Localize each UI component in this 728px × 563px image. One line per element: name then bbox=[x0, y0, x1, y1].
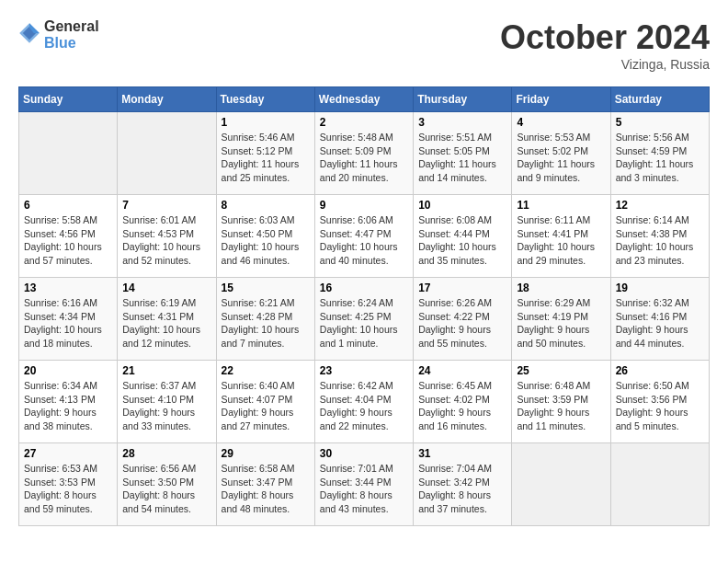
day-number: 16 bbox=[320, 282, 408, 294]
calendar-cell: 29Sunrise: 6:58 AMSunset: 3:47 PMDayligh… bbox=[216, 443, 314, 526]
weekday-header-thursday: Thursday bbox=[414, 87, 512, 112]
calendar-cell: 18Sunrise: 6:29 AMSunset: 4:19 PMDayligh… bbox=[512, 278, 610, 361]
day-info: Sunrise: 6:29 AMSunset: 4:19 PMDaylight:… bbox=[517, 296, 605, 350]
logo-icon bbox=[18, 22, 40, 44]
month-title: October 2024 bbox=[500, 18, 710, 57]
calendar-cell: 30Sunrise: 7:01 AMSunset: 3:44 PMDayligh… bbox=[314, 443, 413, 526]
day-info: Sunrise: 6:01 AMSunset: 4:53 PMDaylight:… bbox=[122, 213, 210, 268]
day-number: 11 bbox=[517, 199, 605, 212]
day-number: 26 bbox=[616, 364, 704, 377]
calendar-body: 1Sunrise: 5:46 AMSunset: 5:12 PMDaylight… bbox=[19, 112, 710, 526]
day-info: Sunrise: 5:53 AMSunset: 5:02 PMDaylight:… bbox=[517, 131, 605, 185]
calendar-cell: 1Sunrise: 5:46 AMSunset: 5:12 PMDaylight… bbox=[216, 112, 314, 195]
calendar-cell: 3Sunrise: 5:51 AMSunset: 5:05 PMDaylight… bbox=[414, 112, 512, 195]
week-row-1: 1Sunrise: 5:46 AMSunset: 5:12 PMDaylight… bbox=[19, 112, 710, 195]
day-number: 12 bbox=[616, 199, 704, 212]
calendar-cell bbox=[19, 112, 118, 195]
day-number: 8 bbox=[222, 199, 310, 212]
day-info: Sunrise: 7:01 AMSunset: 3:44 PMDaylight:… bbox=[320, 462, 408, 516]
location: Vizinga, Russia bbox=[500, 57, 710, 72]
day-number: 27 bbox=[24, 447, 112, 460]
calendar-cell: 4Sunrise: 5:53 AMSunset: 5:02 PMDaylight… bbox=[512, 112, 610, 195]
day-number: 18 bbox=[517, 282, 605, 294]
day-info: Sunrise: 6:42 AMSunset: 4:04 PMDaylight:… bbox=[320, 379, 408, 433]
day-number: 6 bbox=[24, 199, 112, 212]
weekday-header-sunday: Sunday bbox=[19, 87, 118, 112]
day-number: 29 bbox=[222, 447, 310, 460]
calendar-cell: 23Sunrise: 6:42 AMSunset: 4:04 PMDayligh… bbox=[314, 361, 413, 443]
day-info: Sunrise: 6:08 AMSunset: 4:44 PMDaylight:… bbox=[418, 213, 506, 268]
calendar-cell: 6Sunrise: 5:58 AMSunset: 4:56 PMDaylight… bbox=[19, 195, 118, 278]
day-info: Sunrise: 6:58 AMSunset: 3:47 PMDaylight:… bbox=[222, 462, 310, 516]
day-info: Sunrise: 6:16 AMSunset: 4:34 PMDaylight:… bbox=[24, 296, 112, 350]
day-number: 1 bbox=[222, 116, 310, 129]
day-info: Sunrise: 6:45 AMSunset: 4:02 PMDaylight:… bbox=[418, 379, 506, 433]
calendar-cell: 17Sunrise: 6:26 AMSunset: 4:22 PMDayligh… bbox=[414, 278, 512, 361]
logo: General Blue bbox=[18, 18, 99, 52]
calendar-table: SundayMondayTuesdayWednesdayThursdayFrid… bbox=[18, 86, 710, 526]
day-info: Sunrise: 6:34 AMSunset: 4:13 PMDaylight:… bbox=[24, 379, 112, 433]
calendar-cell: 7Sunrise: 6:01 AMSunset: 4:53 PMDaylight… bbox=[118, 195, 216, 278]
calendar-cell: 28Sunrise: 6:56 AMSunset: 3:50 PMDayligh… bbox=[118, 443, 216, 526]
week-row-4: 20Sunrise: 6:34 AMSunset: 4:13 PMDayligh… bbox=[19, 361, 710, 443]
calendar-cell: 9Sunrise: 6:06 AMSunset: 4:47 PMDaylight… bbox=[314, 195, 413, 278]
day-info: Sunrise: 6:53 AMSunset: 3:53 PMDaylight:… bbox=[24, 462, 112, 516]
day-info: Sunrise: 6:11 AMSunset: 4:41 PMDaylight:… bbox=[517, 213, 605, 268]
weekday-header-row: SundayMondayTuesdayWednesdayThursdayFrid… bbox=[19, 87, 710, 112]
day-info: Sunrise: 5:48 AMSunset: 5:09 PMDaylight:… bbox=[320, 131, 408, 185]
day-number: 13 bbox=[24, 282, 112, 294]
logo-general-text: General bbox=[44, 18, 99, 35]
day-number: 22 bbox=[222, 364, 310, 377]
day-number: 31 bbox=[418, 447, 506, 460]
calendar-cell bbox=[512, 443, 610, 526]
day-number: 7 bbox=[122, 199, 210, 212]
day-number: 21 bbox=[122, 364, 210, 377]
day-number: 19 bbox=[616, 282, 704, 294]
day-info: Sunrise: 6:14 AMSunset: 4:38 PMDaylight:… bbox=[616, 213, 704, 268]
day-number: 28 bbox=[122, 447, 210, 460]
calendar-cell: 8Sunrise: 6:03 AMSunset: 4:50 PMDaylight… bbox=[216, 195, 314, 278]
day-number: 24 bbox=[418, 364, 506, 377]
day-info: Sunrise: 5:51 AMSunset: 5:05 PMDaylight:… bbox=[418, 131, 506, 185]
weekday-header-monday: Monday bbox=[118, 87, 216, 112]
calendar-cell bbox=[610, 443, 709, 526]
day-number: 4 bbox=[517, 116, 605, 129]
calendar-cell: 10Sunrise: 6:08 AMSunset: 4:44 PMDayligh… bbox=[414, 195, 512, 278]
day-info: Sunrise: 7:04 AMSunset: 3:42 PMDaylight:… bbox=[418, 462, 506, 516]
day-info: Sunrise: 5:58 AMSunset: 4:56 PMDaylight:… bbox=[24, 213, 112, 268]
calendar-cell: 20Sunrise: 6:34 AMSunset: 4:13 PMDayligh… bbox=[19, 361, 118, 443]
day-info: Sunrise: 6:50 AMSunset: 3:56 PMDaylight:… bbox=[616, 379, 704, 433]
day-info: Sunrise: 6:19 AMSunset: 4:31 PMDaylight:… bbox=[122, 296, 210, 350]
logo-blue-text: Blue bbox=[44, 35, 99, 52]
day-number: 25 bbox=[517, 364, 605, 377]
week-row-5: 27Sunrise: 6:53 AMSunset: 3:53 PMDayligh… bbox=[19, 443, 710, 526]
weekday-header-saturday: Saturday bbox=[610, 87, 709, 112]
day-number: 14 bbox=[122, 282, 210, 294]
day-info: Sunrise: 6:40 AMSunset: 4:07 PMDaylight:… bbox=[222, 379, 310, 433]
week-row-2: 6Sunrise: 5:58 AMSunset: 4:56 PMDaylight… bbox=[19, 195, 710, 278]
calendar-cell: 11Sunrise: 6:11 AMSunset: 4:41 PMDayligh… bbox=[512, 195, 610, 278]
calendar-cell: 31Sunrise: 7:04 AMSunset: 3:42 PMDayligh… bbox=[414, 443, 512, 526]
weekday-header-friday: Friday bbox=[512, 87, 610, 112]
day-info: Sunrise: 6:06 AMSunset: 4:47 PMDaylight:… bbox=[320, 213, 408, 268]
day-number: 2 bbox=[320, 116, 408, 129]
calendar-cell: 25Sunrise: 6:48 AMSunset: 3:59 PMDayligh… bbox=[512, 361, 610, 443]
calendar-cell: 13Sunrise: 6:16 AMSunset: 4:34 PMDayligh… bbox=[19, 278, 118, 361]
day-number: 30 bbox=[320, 447, 408, 460]
day-info: Sunrise: 6:37 AMSunset: 4:10 PMDaylight:… bbox=[122, 379, 210, 433]
weekday-header-wednesday: Wednesday bbox=[314, 87, 413, 112]
day-number: 5 bbox=[616, 116, 704, 129]
day-info: Sunrise: 5:46 AMSunset: 5:12 PMDaylight:… bbox=[222, 131, 310, 185]
day-number: 23 bbox=[320, 364, 408, 377]
calendar-cell: 26Sunrise: 6:50 AMSunset: 3:56 PMDayligh… bbox=[610, 361, 709, 443]
day-info: Sunrise: 6:56 AMSunset: 3:50 PMDaylight:… bbox=[122, 462, 210, 516]
calendar-cell: 5Sunrise: 5:56 AMSunset: 4:59 PMDaylight… bbox=[610, 112, 709, 195]
calendar-cell: 15Sunrise: 6:21 AMSunset: 4:28 PMDayligh… bbox=[216, 278, 314, 361]
calendar-cell: 2Sunrise: 5:48 AMSunset: 5:09 PMDaylight… bbox=[314, 112, 413, 195]
week-row-3: 13Sunrise: 6:16 AMSunset: 4:34 PMDayligh… bbox=[19, 278, 710, 361]
weekday-header-tuesday: Tuesday bbox=[216, 87, 314, 112]
day-number: 10 bbox=[418, 199, 506, 212]
calendar-cell: 22Sunrise: 6:40 AMSunset: 4:07 PMDayligh… bbox=[216, 361, 314, 443]
day-number: 3 bbox=[418, 116, 506, 129]
day-number: 9 bbox=[320, 199, 408, 212]
